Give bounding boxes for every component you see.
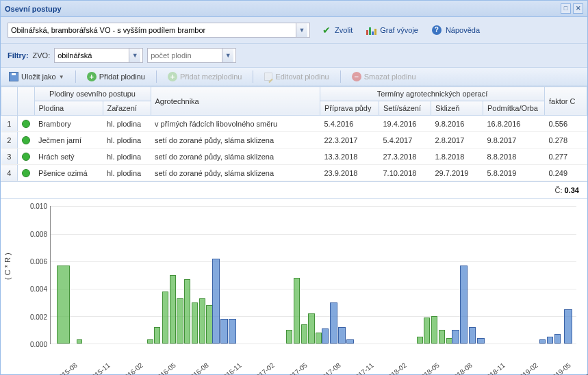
- help-label: Nápověda: [446, 26, 480, 34]
- chart-bar: [212, 259, 220, 344]
- rotation-select[interactable]: ▼: [8, 23, 310, 38]
- edit-icon: [264, 73, 272, 81]
- status-dot-icon: [22, 136, 30, 144]
- add-crop-button[interactable]: + Přidat plodinu: [83, 70, 149, 83]
- chart-bar: [170, 275, 176, 344]
- chart-bar: [192, 302, 198, 344]
- choose-button[interactable]: ✔ Zvolit: [322, 25, 353, 36]
- chart-bar: [322, 328, 329, 344]
- prep-cell: 23.9.2018: [320, 165, 379, 181]
- rotation-select-input[interactable]: [8, 25, 296, 36]
- x-tick: 2018-05: [416, 361, 440, 375]
- window-title: Osevní postupy: [5, 5, 62, 13]
- col-role[interactable]: Zařazení: [103, 101, 151, 116]
- status-cell: [18, 148, 35, 165]
- close-button[interactable]: ✕: [573, 3, 583, 14]
- till-cell: 16.8.2016: [483, 116, 545, 132]
- col-group-crops[interactable]: Plodiny osevního postupu: [34, 87, 151, 101]
- col-sow[interactable]: Setí/sázení: [379, 101, 431, 116]
- till-cell: 5.8.2019: [483, 165, 545, 181]
- disk-icon: [9, 72, 18, 81]
- harv-cell: 9.8.2016: [431, 116, 483, 132]
- chart-button[interactable]: Graf vývoje: [366, 25, 418, 35]
- status-cell: [18, 132, 35, 148]
- crop-count-select[interactable]: ▼: [147, 48, 236, 63]
- table-row[interactable]: 2Ječmen jarníhl. plodinasetí do zorané p…: [1, 132, 587, 148]
- row-number: 4: [1, 165, 18, 181]
- factor-c-cell: 0.556: [545, 116, 587, 132]
- col-group-terms[interactable]: Termíny agrotechnických operací: [320, 87, 545, 101]
- chevron-down-icon: ▼: [59, 74, 64, 80]
- crop-count-input[interactable]: [148, 50, 222, 61]
- zvo-label: ZVO:: [33, 51, 51, 60]
- summary-value: 0.34: [565, 186, 579, 194]
- factor-c-cell: 0.278: [545, 132, 587, 148]
- sow-cell: 7.10.2018: [379, 165, 431, 181]
- chart-bar: [554, 334, 561, 344]
- chart-bar: [147, 339, 153, 344]
- y-tick: 0.000: [30, 341, 47, 348]
- chart-area: ( C * R ) 0.0000.0020.0040.0060.0080.010…: [1, 198, 587, 374]
- chart-bar: [162, 292, 168, 344]
- harv-cell: 1.8.2018: [431, 148, 483, 165]
- table-row[interactable]: 1Bramboryhl. plodinav přímých řádcích li…: [1, 116, 587, 132]
- grid: Plodiny osevního postupu Agrotechnika Te…: [1, 86, 587, 198]
- col-crop[interactable]: Plodina: [34, 101, 103, 116]
- chart-label: Graf vývoje: [380, 26, 418, 34]
- save-as-button[interactable]: Uložit jako ▼: [5, 70, 68, 83]
- summary-label: Č:: [555, 186, 563, 194]
- help-button[interactable]: ? Nápověda: [432, 25, 480, 35]
- col-agro[interactable]: Agrotechnika: [151, 87, 320, 116]
- save-as-label: Uložit jako: [21, 73, 56, 81]
- chart-bar: [184, 279, 190, 344]
- x-tick: 2019-08: [581, 361, 588, 375]
- status-dot-icon: [22, 120, 30, 128]
- table-row[interactable]: 4Pšenice ozimáhl. plodinasetí do zorané …: [1, 165, 587, 181]
- col-till[interactable]: Podmítka/Orba: [483, 101, 545, 116]
- role-cell: hl. plodina: [103, 116, 151, 132]
- row-number: 1: [1, 116, 18, 132]
- col-factor-c[interactable]: faktor C: [545, 87, 587, 116]
- chart-bar: [301, 324, 307, 344]
- x-tick: 2017-05: [285, 361, 309, 375]
- chart-bar: [286, 330, 292, 344]
- chart-plot[interactable]: [50, 206, 576, 344]
- chevron-down-icon[interactable]: ▼: [296, 23, 307, 37]
- crop-cell: Pšenice ozimá: [34, 165, 103, 181]
- separator: [253, 70, 253, 83]
- role-cell: hl. plodina: [103, 148, 151, 165]
- x-tick: 2018-02: [383, 361, 407, 375]
- separator: [156, 70, 157, 83]
- table-row[interactable]: 3Hrách setýhl. plodinasetí do zorané půd…: [1, 148, 587, 165]
- role-cell: hl. plodina: [103, 132, 151, 148]
- add-crop-label: Přidat plodinu: [99, 73, 145, 81]
- minus-icon: −: [352, 72, 361, 81]
- x-tick: 2017-08: [318, 361, 342, 375]
- col-prep[interactable]: Příprava půdy: [320, 101, 379, 116]
- harv-cell: 2.8.2017: [431, 132, 483, 148]
- sow-cell: 27.3.2018: [379, 148, 431, 165]
- y-axis-label: ( C * R ): [3, 253, 12, 280]
- till-cell: 9.8.2017: [483, 132, 545, 148]
- prep-cell: 13.3.2018: [320, 148, 379, 165]
- filter-bar: Filtry: ZVO: ▼ ▼: [1, 44, 587, 68]
- col-harv[interactable]: Sklizeň: [431, 101, 483, 116]
- chart-bar: [220, 319, 228, 344]
- chart-bar: [469, 327, 476, 344]
- help-icon: ?: [432, 25, 442, 35]
- delete-crop-label: Smazat plodinu: [364, 73, 416, 81]
- sow-cell: 5.4.2017: [379, 132, 431, 148]
- chart-bar: [338, 327, 346, 344]
- x-tick: 2015-11: [88, 361, 112, 375]
- chart-bar: [439, 330, 445, 344]
- zvo-input[interactable]: [55, 50, 129, 61]
- status-dot-icon: [22, 169, 30, 177]
- chart-bar: [417, 337, 423, 344]
- edit-crop-button: Editovat plodinu: [260, 71, 333, 82]
- maximize-button[interactable]: □: [561, 3, 571, 14]
- check-icon: ✔: [322, 25, 331, 36]
- choose-label: Zvolit: [335, 26, 353, 34]
- chevron-down-icon[interactable]: ▼: [129, 49, 140, 62]
- zvo-select[interactable]: ▼: [54, 48, 143, 63]
- chevron-down-icon[interactable]: ▼: [222, 49, 233, 62]
